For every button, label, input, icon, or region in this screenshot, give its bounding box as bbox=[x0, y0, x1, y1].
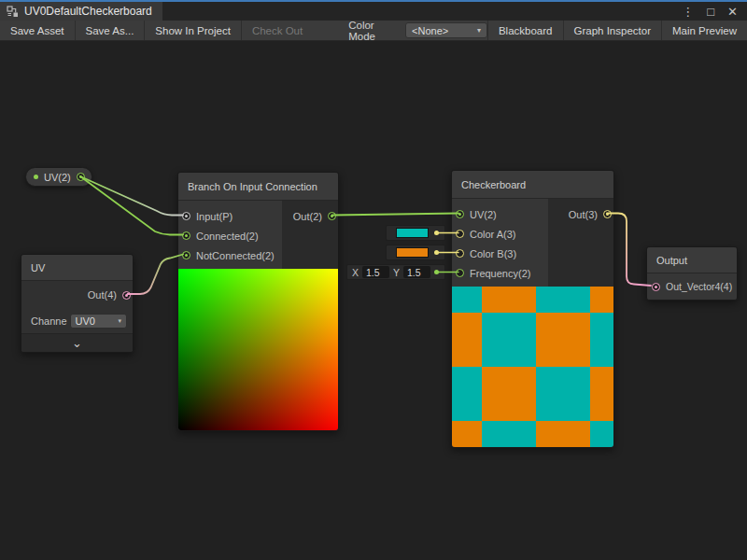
node-branch-on-input-connection[interactable]: Branch On Input Connection Input(P) Conn… bbox=[177, 172, 339, 431]
port-frequency-label: Frequency(2) bbox=[470, 268, 530, 279]
maximize-icon[interactable]: □ bbox=[707, 6, 714, 18]
port-checker-uv-label: UV(2) bbox=[470, 209, 497, 220]
port-frequency[interactable] bbox=[456, 269, 464, 277]
uv-out-label: Out(4) bbox=[88, 289, 117, 301]
color-b-swatch[interactable] bbox=[396, 247, 429, 258]
checkerboard-inputs: UV(2) Color A(3) Color B(3) Frequency(2) bbox=[452, 199, 548, 287]
port-checker-uv[interactable] bbox=[456, 210, 464, 218]
title-bar: UV0DefaultCheckerboard ⋮ □ ✕ bbox=[0, 0, 747, 21]
checkerboard-preview bbox=[452, 287, 613, 447]
port-uv-property-out[interactable] bbox=[77, 173, 85, 181]
port-row-color-b: Color B(3) bbox=[452, 244, 548, 263]
tab-uv0defaultcheckerboard[interactable]: UV0DefaultCheckerboard bbox=[0, 2, 162, 21]
branch-node-title: Branch On Input Connection bbox=[178, 173, 338, 201]
port-color-b[interactable] bbox=[456, 249, 464, 258]
property-indicator-dot bbox=[34, 175, 38, 179]
port-color-a[interactable] bbox=[456, 230, 464, 238]
shader-graph-icon bbox=[7, 6, 19, 18]
checkerboard-outputs: Out(3) bbox=[548, 199, 613, 287]
port-row-input-p: Input(P) bbox=[178, 206, 282, 226]
checkerboard-node-title: Checkerboard bbox=[452, 171, 613, 199]
branch-node-body: Input(P) Connected(2) NotConnected(2) Ou… bbox=[178, 201, 338, 269]
color-a-swatch[interactable] bbox=[396, 228, 429, 238]
port-row-branch-out: Out(2) bbox=[282, 206, 338, 226]
uv-channel-value: UV0 bbox=[76, 315, 95, 327]
branch-inputs: Input(P) Connected(2) NotConnected(2) bbox=[178, 201, 282, 269]
port-out-vector4[interactable] bbox=[652, 283, 660, 291]
close-icon[interactable]: ✕ bbox=[727, 6, 738, 18]
port-row-checker-out: Out(3) bbox=[548, 204, 613, 224]
tab-title: UV0DefaultCheckerboard bbox=[24, 5, 152, 18]
branch-outputs: Out(2) bbox=[282, 201, 338, 269]
save-as-button[interactable]: Save As... bbox=[76, 21, 146, 40]
kebab-menu-icon[interactable]: ⋮ bbox=[682, 6, 694, 18]
main-preview-button[interactable]: Main Preview bbox=[661, 21, 747, 40]
color-a-value-widget bbox=[386, 225, 445, 241]
uv-out-row: Out(4) bbox=[21, 281, 133, 309]
frequency-connector-dot bbox=[434, 270, 439, 274]
port-row-notconnected: NotConnected(2) bbox=[178, 245, 282, 265]
port-color-a-label: Color A(3) bbox=[470, 229, 516, 240]
node-uv-property[interactable]: UV(2) bbox=[25, 167, 92, 187]
frequency-x-label: X bbox=[352, 267, 359, 278]
uv-channel-dropdown[interactable]: UV0 ▾ bbox=[70, 314, 127, 329]
checker-out-label: Out(3) bbox=[569, 209, 598, 220]
port-notconnected-label: NotConnected(2) bbox=[196, 250, 275, 261]
port-connected[interactable] bbox=[182, 231, 190, 240]
node-output[interactable]: Output Out_Vector4(4) bbox=[646, 246, 738, 301]
uv-property-label: UV(2) bbox=[44, 172, 71, 183]
chevron-down-icon: ▾ bbox=[118, 317, 121, 325]
port-checker-out[interactable] bbox=[603, 210, 612, 218]
port-row-checker-uv: UV(2) bbox=[452, 204, 548, 224]
window-controls: ⋮ □ ✕ bbox=[682, 2, 747, 21]
chevron-down-icon: ▾ bbox=[477, 26, 481, 35]
node-checkerboard[interactable]: Checkerboard UV(2) Color A(3) Color B(3)… bbox=[451, 170, 614, 448]
port-input-p[interactable] bbox=[182, 212, 190, 220]
port-input-p-label: Input(P) bbox=[196, 211, 233, 222]
check-out-button: Check Out bbox=[242, 21, 313, 40]
shader-graph-window: { "window": { "tab_title": "UV0DefaultCh… bbox=[0, 0, 747, 560]
port-row-color-a: Color A(3) bbox=[452, 224, 548, 244]
port-branch-out[interactable] bbox=[328, 212, 336, 220]
out-vector4-label: Out_Vector4(4) bbox=[666, 281, 732, 292]
graph-inspector-button[interactable]: Graph Inspector bbox=[563, 21, 661, 40]
branch-out-label: Out(2) bbox=[293, 211, 322, 222]
frequency-value-widget: X 1.5 Y 1.5 bbox=[346, 264, 445, 280]
color-mode-dropdown[interactable]: <None> ▾ bbox=[405, 22, 487, 38]
color-mode-value: <None> bbox=[412, 25, 448, 36]
frequency-x-field[interactable]: 1.5 bbox=[362, 266, 389, 278]
frequency-y-field[interactable]: 1.5 bbox=[403, 266, 430, 278]
port-notconnected[interactable] bbox=[182, 251, 190, 259]
uv-channel-row: Channe UV0 ▾ bbox=[21, 309, 133, 333]
port-row-frequency: Frequency(2) bbox=[452, 263, 548, 283]
port-connected-label: Connected(2) bbox=[196, 231, 259, 242]
color-b-value-widget bbox=[386, 245, 445, 260]
frequency-y-label: Y bbox=[393, 267, 400, 278]
toolbar: Save Asset Save As... Show In Project Ch… bbox=[0, 21, 747, 41]
blackboard-button[interactable]: Blackboard bbox=[487, 21, 563, 40]
color-mode-group: Color Mode <None> ▾ bbox=[341, 21, 487, 40]
output-node-title: Output bbox=[647, 247, 737, 273]
port-color-b-label: Color B(3) bbox=[470, 248, 516, 259]
color-a-connector-dot bbox=[434, 231, 439, 235]
color-b-connector-dot bbox=[434, 250, 439, 255]
show-in-project-button[interactable]: Show In Project bbox=[145, 21, 242, 40]
port-uv-out[interactable] bbox=[122, 291, 131, 300]
toolbar-right: Blackboard Graph Inspector Main Preview bbox=[487, 21, 747, 40]
checkerboard-node-body: UV(2) Color A(3) Color B(3) Frequency(2)… bbox=[452, 199, 613, 287]
branch-uv-preview bbox=[178, 269, 338, 430]
output-node-body: Out_Vector4(4) bbox=[647, 273, 737, 300]
uv-node-title: UV bbox=[21, 255, 133, 281]
save-asset-button[interactable]: Save Asset bbox=[0, 21, 76, 40]
port-row-connected: Connected(2) bbox=[178, 226, 282, 245]
uv-channel-label: Channe bbox=[31, 315, 67, 327]
node-uv[interactable]: UV Out(4) Channe UV0 ▾ ⌄ bbox=[21, 254, 134, 353]
uv-collapse-button[interactable]: ⌄ bbox=[21, 333, 133, 352]
color-mode-label: Color Mode bbox=[341, 20, 405, 42]
